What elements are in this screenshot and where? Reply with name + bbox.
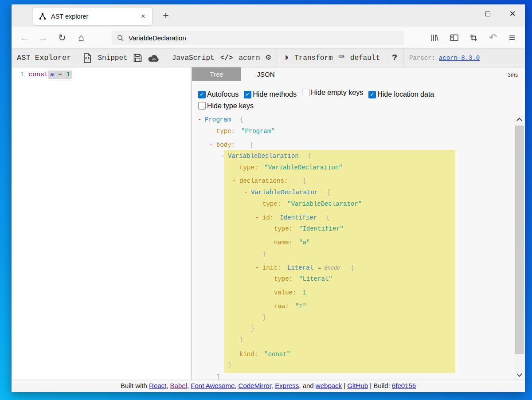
tree-line[interactable]: -id:Identifier{ [192,212,514,224]
checkbox[interactable] [198,102,206,110]
menu-button[interactable]: ≡ [505,31,519,45]
footer-text: , and [299,382,316,389]
tree-line[interactable]: } [192,248,514,260]
footer-link-react[interactable]: React [149,382,166,389]
tree-line[interactable]: type:″Literal″ [192,273,514,285]
footer-link-font-awesome[interactable]: Font Awesome [191,382,235,389]
tree-line[interactable]: kind:″const″ [192,349,514,361]
collapse-icon[interactable]: - [232,175,239,187]
tree-line[interactable]: -VariableDeclarator{ [192,187,514,199]
tree-key: value: [274,289,296,296]
forward-button[interactable]: → [36,31,50,45]
setting-autofocus[interactable]: ✓Autofocus [198,89,239,100]
tree-string: ″Literal″ [299,275,332,282]
tree-key: type: [216,128,235,135]
tree-line[interactable]: -Program{ [192,114,514,126]
scroll-up-icon[interactable] [516,118,522,123]
reload-button[interactable]: ↻ [55,31,69,45]
code-editor[interactable]: 1consta = 1 [12,67,191,380]
footer-link-github[interactable]: GitHub [347,382,368,389]
footer-text: , [235,382,238,389]
tree-close: } [228,361,231,369]
tree-line[interactable]: name:″a″ [192,237,514,249]
transform-selector[interactable]: default [350,54,380,62]
footer-link-babel[interactable]: Babel [170,382,187,389]
browser-tab[interactable]: AST explorer × [33,8,152,25]
tab-tree[interactable]: Tree [192,67,241,81]
footer-link-webpack[interactable]: webpack [316,382,342,389]
footer-link-codemirror[interactable]: CodeMirror [239,382,271,389]
scroll-down-icon[interactable] [516,371,522,377]
home-button[interactable]: ⌂ [74,31,88,45]
tree-line[interactable]: type:″VariableDeclarator″ [192,198,514,210]
tree-line[interactable]: } [192,323,514,335]
save-icon[interactable] [133,54,142,62]
footer-link-express[interactable]: Express [275,382,299,389]
tree-line[interactable]: type:″VariableDeclaration″ [192,162,514,174]
tab-json[interactable]: JSON [241,67,290,81]
language-selector[interactable]: JavaScript [172,54,215,62]
tree-key: kind: [239,351,258,358]
tree-node: Literal [287,264,313,271]
tree-string: ″Identifier″ [299,225,344,232]
scrollbar-thumb[interactable] [515,125,524,354]
checkbox[interactable]: ✓ [244,91,251,98]
footer-text: | [342,382,347,389]
tree-line[interactable]: -body:[ [192,139,514,151]
tab-close-icon[interactable]: × [140,12,147,21]
tree-line[interactable]: value:1 [192,287,514,299]
tree-line[interactable]: raw:″1″ [192,301,514,313]
back-button[interactable]: ← [17,31,31,45]
tree-line[interactable]: } [192,312,514,324]
checkbox[interactable] [302,89,309,96]
tree-scrollbar[interactable] [514,114,525,380]
sidebar-button[interactable] [447,31,461,45]
new-tab-button[interactable]: + [159,8,173,23]
tree-line[interactable]: } [192,359,514,371]
tree-line[interactable]: type:″Identifier″ [192,223,514,235]
url-bar[interactable]: VariableDeclaration [112,31,404,45]
minimize-button[interactable] [450,4,475,23]
parser-version-link[interactable]: acorn-8.3.0 [439,55,480,62]
collapse-icon[interactable]: - [255,212,262,224]
collapse-icon[interactable]: - [198,114,205,126]
collapse-icon[interactable]: - [244,187,251,199]
tree-line[interactable]: -declarations:[ [192,175,514,187]
sidebar-icon [450,34,458,41]
maximize-button[interactable] [475,4,500,23]
collapse-icon[interactable]: - [209,139,216,151]
collapse-icon[interactable]: - [221,150,228,162]
library-button[interactable] [427,31,442,45]
tree-number: 1 [302,289,306,296]
setting-hide-empty-keys[interactable]: Hide empty keys [302,87,363,98]
tree-key: type: [262,200,281,208]
collapse-icon[interactable]: - [255,262,262,274]
tree-key: init: [262,264,281,271]
tree-line[interactable]: ] [192,372,514,380]
tree-line[interactable]: -VariableDeclaration{ [192,150,514,162]
file-code-icon[interactable] [83,53,92,63]
setting-hide-location-data[interactable]: ✓Hide location data [368,89,434,100]
close-button[interactable]: ✕ [500,4,525,23]
screenshot-button[interactable] [466,31,481,45]
help-button[interactable]: ? [392,53,397,63]
parser-selector[interactable]: acorn [239,54,260,62]
transform-toggle-icon[interactable]: ◑ [283,53,289,63]
tree-line[interactable]: ] [192,334,514,346]
footer-link-6fe0156[interactable]: 6fe0156 [392,382,416,389]
gear-icon[interactable]: ⚙ [266,54,270,62]
setting-hide-type-keys[interactable]: Hide type keys [198,100,254,112]
checkbox[interactable]: ✓ [368,91,376,98]
checkbox[interactable]: ✓ [198,91,206,98]
restore-session-button[interactable]: ↶ [486,31,500,45]
jsbin-cloud-icon[interactable]: ∞ [148,54,160,63]
tree-line[interactable]: -init:Literal= $node{ [192,262,514,274]
checkbox-label: Hide methods [253,89,297,100]
tree-open: { [326,214,329,221]
tree-line[interactable]: type:″Program″ [192,125,514,137]
transform-label[interactable]: Transform [294,54,332,62]
setting-hide-methods[interactable]: ✓Hide methods [244,89,297,100]
keyboard-icon[interactable]: ⌨ [339,53,344,63]
reload-icon: ↻ [58,32,66,43]
snippet-button[interactable]: Snippet [98,54,127,62]
